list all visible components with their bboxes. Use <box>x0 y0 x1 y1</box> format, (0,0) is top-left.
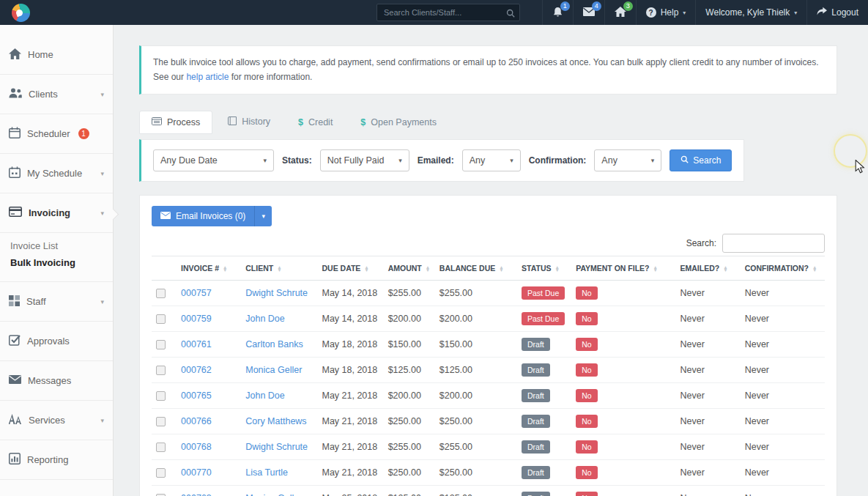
row-checkbox[interactable] <box>156 468 166 478</box>
invoice-link[interactable]: 000766 <box>181 416 212 426</box>
client-link[interactable]: John Doe <box>245 390 285 401</box>
client-link[interactable]: Monica Geller <box>245 493 302 496</box>
status-select[interactable]: Not Fully Paid ▾ <box>320 149 409 171</box>
sort-icon[interactable]: ▲▼ <box>812 266 817 272</box>
confirmation-select[interactable]: Any ▾ <box>594 149 661 171</box>
status-badge: Draft <box>522 415 550 428</box>
invoice-link[interactable]: 000762 <box>181 365 212 375</box>
payment-on-file-badge: No <box>576 440 597 454</box>
invoice-link[interactable]: 000763 <box>181 493 212 496</box>
sidebar-item-my-schedule[interactable]: My Schedule ▾ <box>0 154 113 193</box>
invoice-link[interactable]: 000761 <box>181 339 212 349</box>
emailed-select[interactable]: Any ▾ <box>462 149 521 171</box>
tab-history[interactable]: History <box>215 110 283 134</box>
sort-icon[interactable]: ▲▼ <box>653 266 658 272</box>
due-date-cell: May 21, 2018 <box>317 382 383 408</box>
email-invoices-dropdown-toggle[interactable]: ▾ <box>254 206 272 226</box>
calendar-icon <box>9 127 21 141</box>
column-header-due-date[interactable]: DUE DATE▲▼ <box>317 256 383 280</box>
home-shortcut-button[interactable]: 3 <box>604 0 636 25</box>
column-header-confirmation[interactable]: CONFIRMATION?▲▼ <box>741 256 825 280</box>
sidebar-item-scheduler[interactable]: Scheduler 1 <box>0 114 113 154</box>
invoice-link[interactable]: 000770 <box>181 467 212 478</box>
help-article-link[interactable]: help article <box>186 72 229 82</box>
app-logo[interactable] <box>12 4 30 22</box>
invoice-link[interactable]: 000759 <box>181 314 212 324</box>
due-date-cell: May 18, 2018 <box>317 331 383 357</box>
search-button[interactable]: Search <box>669 149 732 171</box>
client-link[interactable]: Dwight Schrute <box>245 288 308 298</box>
sort-icon[interactable]: ▲▼ <box>277 266 281 272</box>
row-checkbox[interactable] <box>156 366 166 375</box>
global-search-input[interactable] <box>376 4 520 21</box>
sidebar-item-approvals[interactable]: Approvals <box>0 322 113 361</box>
chevron-down-icon: ▾ <box>794 10 797 16</box>
column-header-emailed[interactable]: EMAILED?▲▼ <box>675 256 740 280</box>
sidebar-item-staff[interactable]: Staff ▾ <box>0 282 113 322</box>
row-checkbox[interactable] <box>156 391 166 401</box>
logout-button[interactable]: Logout <box>806 0 868 25</box>
sidebar-item-invoicing[interactable]: Invoicing ▾ <box>0 193 113 233</box>
sort-icon[interactable]: ▲▼ <box>499 266 503 272</box>
table-search: Search: <box>152 234 825 253</box>
emailed-cell: Never <box>675 357 740 382</box>
sidebar-item-reporting[interactable]: Reporting <box>0 440 113 480</box>
tab-open-payments[interactable]: $ Open Payments <box>348 111 449 134</box>
sort-icon[interactable]: ▲▼ <box>554 266 559 272</box>
client-link[interactable]: Monica Geller <box>245 365 302 375</box>
help-icon: ? <box>646 7 656 18</box>
sort-icon[interactable]: ▲▼ <box>364 266 368 272</box>
column-header-client[interactable]: CLIENT▲▼ <box>241 256 317 280</box>
sidebar-item-clients[interactable]: Clients ▾ <box>0 75 113 114</box>
tab-process[interactable]: Process <box>139 111 212 134</box>
search-icon[interactable] <box>506 7 515 21</box>
sort-icon[interactable]: ▲▼ <box>223 266 227 272</box>
tab-credit[interactable]: $ Credit <box>286 111 345 134</box>
emailed-cell: Never <box>675 382 740 408</box>
table-search-input[interactable] <box>722 234 825 253</box>
confirmation-label: Confirmation: <box>529 155 587 166</box>
payment-on-file-badge: No <box>576 389 597 402</box>
credit-card-icon <box>9 207 22 219</box>
sidebar-item-services[interactable]: Services ▾ <box>0 401 113 440</box>
messages-button[interactable]: 4 <box>573 0 604 25</box>
emailed-cell: Never <box>675 280 740 306</box>
row-checkbox[interactable] <box>156 417 166 426</box>
column-header-payment-on-file[interactable]: PAYMENT ON FILE?▲▼ <box>571 256 675 280</box>
status-label: Status: <box>282 155 312 166</box>
user-menu[interactable]: Welcome, Kyle Thielk ▾ <box>695 0 806 25</box>
row-checkbox[interactable] <box>156 340 166 349</box>
client-link[interactable]: Lisa Turtle <box>245 467 288 478</box>
row-checkbox[interactable] <box>156 289 166 298</box>
sidebar-item-home[interactable]: Home <box>0 35 113 75</box>
confirmation-cell: Never <box>741 306 825 331</box>
table-row: 000768 Dwight Schrute May 21, 2018 $255.… <box>152 434 825 459</box>
help-menu[interactable]: ? Help ▾ <box>636 0 696 25</box>
column-header-amount[interactable]: AMOUNT▲▼ <box>384 256 435 280</box>
client-link[interactable]: Cory Matthews <box>245 416 306 426</box>
row-checkbox[interactable] <box>156 314 166 324</box>
due-date-select[interactable]: Any Due Date ▾ <box>153 149 274 171</box>
payment-on-file-badge: No <box>576 415 597 428</box>
client-link[interactable]: John Doe <box>245 314 285 324</box>
client-link[interactable]: Dwight Schrute <box>245 442 308 452</box>
row-checkbox[interactable] <box>156 443 166 452</box>
column-header-status[interactable]: STATUS▲▼ <box>517 256 571 280</box>
sidebar-item-invoice-list[interactable]: Invoice List <box>10 237 113 254</box>
sidebar-item-bulk-invoicing[interactable]: Bulk Invoicing <box>10 254 113 271</box>
email-invoices-button[interactable]: Email Invoices (0) <box>152 206 254 226</box>
sidebar-item-label: Approvals <box>27 336 70 347</box>
sort-icon[interactable]: ▲▼ <box>426 266 430 272</box>
amount-cell: $125.00 <box>384 485 435 496</box>
notifications-button[interactable]: 1 <box>542 0 573 25</box>
table-row: 000765 John Doe May 21, 2018 $200.00 $20… <box>152 382 825 408</box>
sidebar-item-messages[interactable]: Messages <box>0 361 113 401</box>
invoice-link[interactable]: 000765 <box>181 390 212 401</box>
invoice-link[interactable]: 000768 <box>181 442 212 452</box>
column-header-invoice[interactable]: INVOICE #▲▼ <box>177 256 241 280</box>
grid-icon <box>9 295 20 308</box>
invoice-link[interactable]: 000757 <box>181 288 212 298</box>
sort-icon[interactable]: ▲▼ <box>723 266 727 272</box>
client-link[interactable]: Carlton Banks <box>245 339 303 349</box>
column-header-balance-due[interactable]: BALANCE DUE▲▼ <box>435 256 517 280</box>
